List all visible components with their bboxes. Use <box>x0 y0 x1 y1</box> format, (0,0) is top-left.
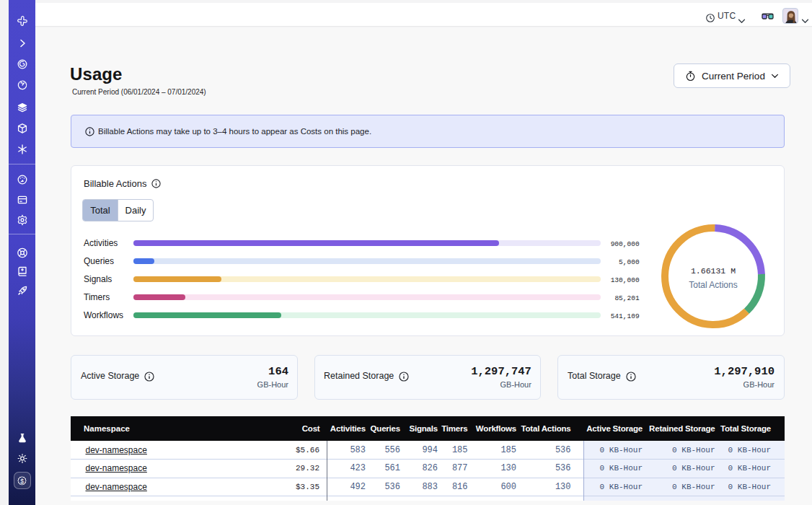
svg-text:$: $ <box>20 477 24 484</box>
